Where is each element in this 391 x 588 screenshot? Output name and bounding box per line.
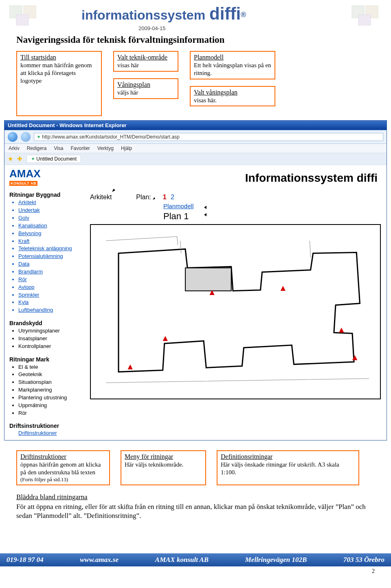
browser-tab[interactable]: ✦ Untitled Document <box>26 155 81 163</box>
logo-brand: AMAX <box>9 169 83 178</box>
plan-label: Plan: <box>136 194 151 200</box>
callout-start: Till startsidan kommer man härifrån geno… <box>16 51 102 116</box>
sidebar-item: Insatsplaner <box>18 335 83 343</box>
company-logo[interactable]: AMAX KONSULT AB <box>9 169 83 186</box>
callout-start-caption: Till startsidan <box>20 53 98 62</box>
sidebar-item: Uppmätning <box>18 402 83 410</box>
callout-vaning: Våningsplan väljs här <box>113 78 178 99</box>
callout-vaning-text: väljs här <box>117 89 174 97</box>
sidebar-item[interactable]: Data <box>18 260 83 268</box>
callout-drift-caption: Driftinstruktioner <box>20 453 106 461</box>
brand-main: diffi <box>209 4 241 23</box>
back-button-icon[interactable] <box>8 132 18 142</box>
ie-tabstrip: ★ ✚ ✦ Untitled Document <box>4 153 387 165</box>
ie-menubar: Arkiv Redigera Visa Favoriter Verktyg Hj… <box>4 144 387 153</box>
sidebar-item[interactable]: Kraft <box>18 238 83 245</box>
plan-1-link[interactable]: 1 <box>163 194 167 200</box>
ie-window: Untitled Document - Windows Internet Exp… <box>4 120 387 440</box>
svg-marker-11 <box>204 206 206 209</box>
sidebar-heading: Brandskydd <box>9 320 83 326</box>
sidebar-item[interactable]: Potensialutjämning <box>18 253 83 260</box>
sidebar-item: Geoteknik <box>18 371 83 379</box>
footer-address: Mellringevägen 102B <box>245 556 307 564</box>
svg-marker-7 <box>112 189 115 192</box>
callout-teknik-text: visas här <box>117 62 174 69</box>
callout-def-caption: Definitionsritningar <box>221 453 355 461</box>
sidebar-item: El & tele <box>18 363 83 371</box>
arrow-icon <box>111 185 119 194</box>
callout-drift-note: (Forts följer på sid.13) <box>20 476 106 483</box>
sidebar-item[interactable]: Driftinstruktioner <box>18 430 83 436</box>
menu-favoriter[interactable]: Favoriter <box>71 145 90 151</box>
svg-marker-17 <box>281 286 286 291</box>
teknikomrade-value: Arkitekt <box>90 194 112 201</box>
menu-hjalp[interactable]: Hjälp <box>121 145 132 151</box>
footer-phone: 019-18 97 04 <box>7 556 44 564</box>
footer-post: 703 53 Örebro <box>343 556 384 564</box>
callout-valt-vaning: Valt våningsplan visas här. <box>190 86 275 107</box>
header-date: 2009-04-15 <box>138 25 375 31</box>
sidebar-item[interactable]: Kyla <box>18 299 83 306</box>
svg-marker-9 <box>153 197 155 200</box>
sidebar-item[interactable]: Sprinkler <box>18 291 83 299</box>
url-text: http://www.amax.se/Kundstartsidor_HTM/De… <box>42 134 179 140</box>
footer-bar: 019-18 97 04 www.amax.se AMAX konsult AB… <box>0 553 391 566</box>
sidebar-item[interactable]: Belysning <box>18 230 83 238</box>
callout-valt-text: visas här. <box>194 97 271 104</box>
callout-meny: Meny för ritningar Här väljs teknikområd… <box>121 450 206 485</box>
arrow-icon <box>152 195 158 200</box>
current-plan-label: Plan 1 <box>163 211 381 222</box>
menu-arkiv[interactable]: Arkiv <box>9 145 20 151</box>
svg-marker-15 <box>128 364 133 369</box>
sidebar-item[interactable]: Teleteknisk anläggning <box>18 245 83 253</box>
callout-drift: Driftinstruktioner öppnas härifrån genom… <box>16 450 110 485</box>
callout-drift-text: öppnas härifrån genom att klicka på den … <box>20 461 106 476</box>
sidebar-item[interactable]: Luftbehandling <box>18 306 83 314</box>
main-title: Informationssystem diffi <box>90 172 378 185</box>
menu-verktyg[interactable]: Verktyg <box>97 145 114 151</box>
header-brand: informationssystem diffi® <box>81 4 375 24</box>
sidebar-item: Markplanering <box>18 386 83 394</box>
sidebar-item[interactable]: Arkitekt <box>18 199 83 207</box>
plan-2-link[interactable]: 2 <box>171 194 174 200</box>
planmodell-link[interactable]: Planmodell <box>163 203 381 209</box>
footer-web: www.amax.se <box>80 556 119 564</box>
callout-teknik-caption: Valt teknik-område <box>117 53 174 62</box>
sidebar-item: Rör <box>18 410 83 417</box>
svg-rect-14 <box>185 268 231 291</box>
sidebar-item[interactable]: Golv <box>18 214 83 222</box>
sidebar-item[interactable]: Kanalisation <box>18 222 83 230</box>
callout-def-text: Här väljs önskade ritningar för utskrift… <box>221 461 355 476</box>
ie-address-bar: ✦ http://www.amax.se/Kundstartsidor_HTM/… <box>4 130 387 144</box>
sidebar-item[interactable]: Undertak <box>18 207 83 214</box>
arrow-icon <box>203 212 212 218</box>
svg-marker-18 <box>339 328 344 333</box>
page-title: Navigeringssida för teknisk förvaltnings… <box>16 35 375 45</box>
sidebar-item[interactable]: Brandlarm <box>18 268 83 276</box>
sidebar-heading: Ritningar Mark <box>9 356 83 363</box>
forward-button-icon[interactable] <box>21 132 31 142</box>
main-panel: Informationssystem diffi Arkitekt Plan: … <box>86 165 387 440</box>
tab-label: Untitled Document <box>36 156 77 162</box>
page-number: 2 <box>0 566 391 578</box>
sidebar-item[interactable]: Rör <box>18 276 83 284</box>
arrow-icon <box>203 205 212 211</box>
sidebar-item[interactable]: Avlopp <box>18 284 83 291</box>
floorplan-drawing[interactable] <box>90 224 381 399</box>
favorites-star-icon[interactable]: ★ <box>8 155 13 163</box>
add-favorite-icon[interactable]: ✚ <box>17 155 22 163</box>
svg-marker-13 <box>204 213 206 216</box>
sidebar: AMAX KONSULT AB Ritningar ByggnadArkitek… <box>4 165 86 440</box>
callout-def: Definitionsritningar Här väljs önskade r… <box>217 450 359 485</box>
callout-valt-caption: Valt våningsplan <box>194 88 271 97</box>
callout-vaning-caption: Våningsplan <box>117 81 174 89</box>
bottom-text: För att öppna en ritning, eller för att … <box>16 503 366 520</box>
callout-planmodell-text: Ett helt våningsplan visas på en ritning… <box>194 62 271 77</box>
url-field[interactable]: ✦ http://www.amax.se/Kundstartsidor_HTM/… <box>34 133 383 141</box>
sidebar-heading: Ritningar Byggnad <box>9 192 83 198</box>
menu-redigera[interactable]: Redigera <box>27 145 47 151</box>
ie-titlebar: Untitled Document - Windows Internet Exp… <box>4 121 387 130</box>
callout-planmodell: Planmodell Ett helt våningsplan visas på… <box>190 51 275 79</box>
sidebar-item: Situationsplan <box>18 379 83 386</box>
menu-visa[interactable]: Visa <box>54 145 63 151</box>
